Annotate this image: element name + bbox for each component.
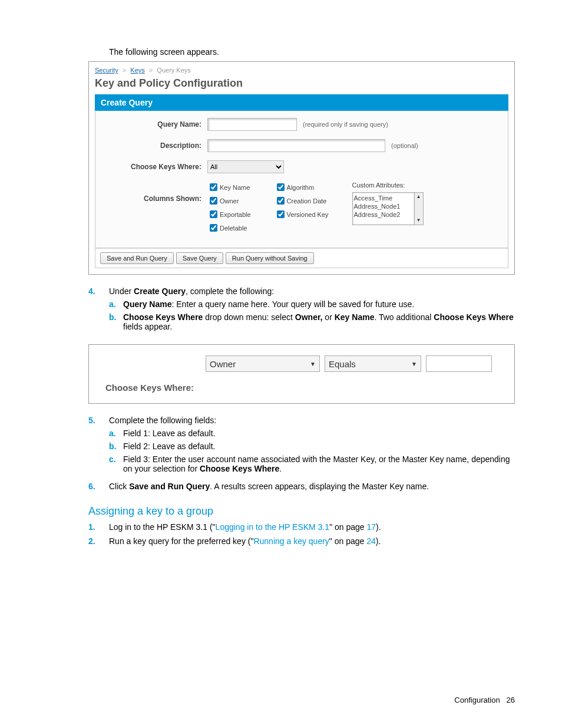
substep-number: a. bbox=[109, 299, 123, 309]
owner-select[interactable]: Owner▼ bbox=[206, 355, 320, 372]
equals-select[interactable]: Equals▼ bbox=[325, 355, 421, 372]
breadcrumb-keys[interactable]: Keys bbox=[130, 67, 144, 74]
chk-exportable[interactable] bbox=[210, 210, 217, 218]
chevron-down-icon: ▼ bbox=[411, 361, 417, 367]
chk-creation-date[interactable] bbox=[277, 197, 285, 205]
save-and-run-query-button[interactable]: Save and Run Query bbox=[100, 252, 174, 264]
value-input[interactable] bbox=[426, 355, 492, 372]
chk-key-name[interactable] bbox=[210, 183, 217, 191]
step-number: 1. bbox=[88, 522, 109, 532]
choose-keys-where-figure: Owner▼ Equals▼ Choose Keys Where: bbox=[88, 344, 515, 404]
substep-number: c. bbox=[109, 454, 123, 473]
scroll-up-icon[interactable]: ▲ bbox=[415, 193, 423, 201]
page-footer: Configuration 26 bbox=[454, 696, 515, 704]
checkbox-column-2: Algorithm Creation Date Versioned Key bbox=[275, 182, 329, 222]
chk-versioned-key[interactable] bbox=[277, 210, 285, 218]
section-heading: Assigning a key to a group bbox=[88, 505, 515, 518]
create-query-figure: Security > Keys > Query Keys Key and Pol… bbox=[88, 61, 515, 275]
description-input[interactable] bbox=[207, 139, 385, 152]
choose-keys-where-label: Choose Keys Where: bbox=[101, 160, 207, 171]
query-name-label: Query Name: bbox=[101, 118, 207, 129]
chk-algorithm[interactable] bbox=[277, 183, 285, 191]
chevron-down-icon: ▼ bbox=[310, 361, 316, 367]
figure-title: Key and Policy Configuration bbox=[95, 77, 508, 90]
substep-number: b. bbox=[109, 312, 123, 331]
breadcrumb-security[interactable]: Security bbox=[95, 67, 118, 74]
substep-number: b. bbox=[109, 442, 123, 451]
custom-attributes-listbox[interactable]: Access_Time Address_Node1 Address_Node2 bbox=[352, 192, 415, 225]
query-name-input[interactable] bbox=[207, 118, 297, 131]
columns-shown-label: Columns Shown: bbox=[101, 182, 207, 203]
chk-owner[interactable] bbox=[210, 197, 217, 205]
listbox-scrollbar[interactable]: ▲ ▼ bbox=[415, 192, 424, 225]
description-hint: (optional) bbox=[391, 142, 418, 149]
custom-attributes-label: Custom Attributes: bbox=[352, 182, 424, 189]
chk-deletable[interactable] bbox=[210, 224, 217, 232]
intro-text: The following screen appears. bbox=[109, 47, 515, 57]
custom-attributes: Custom Attributes: Access_Time Address_N… bbox=[352, 182, 424, 225]
list-item[interactable]: Address_Node1 bbox=[354, 202, 413, 210]
scroll-down-icon[interactable]: ▼ bbox=[415, 216, 423, 225]
breadcrumb-query-keys: Query Keys bbox=[157, 67, 190, 74]
list-item[interactable]: Address_Node2 bbox=[354, 210, 413, 219]
substep-number: a. bbox=[109, 429, 123, 438]
page-ref-link[interactable]: 17 bbox=[367, 522, 376, 532]
list-item[interactable]: Access_Time bbox=[354, 194, 413, 202]
panel-header: Create Query bbox=[95, 94, 508, 111]
query-name-hint: (required only if saving query) bbox=[303, 121, 388, 128]
key-query-link[interactable]: Running a key query bbox=[253, 536, 329, 546]
choose-keys-where-select[interactable]: All bbox=[207, 160, 284, 173]
save-query-button[interactable]: Save Query bbox=[176, 252, 223, 264]
step-number: 5. bbox=[88, 416, 109, 425]
step-number: 4. bbox=[88, 286, 109, 296]
checkbox-column-1: Key Name Owner Exportable Deletable bbox=[207, 182, 251, 236]
login-link[interactable]: Logging in to the HP ESKM 3.1 bbox=[216, 522, 330, 532]
choose-keys-where-label: Choose Keys Where: bbox=[105, 383, 504, 393]
run-query-without-saving-button[interactable]: Run Query without Saving bbox=[226, 252, 314, 264]
step-number: 6. bbox=[88, 482, 109, 491]
button-row: Save and Run Query Save Query Run Query … bbox=[95, 248, 508, 268]
page-ref-link[interactable]: 24 bbox=[366, 536, 376, 546]
step-number: 2. bbox=[88, 536, 109, 546]
breadcrumb: Security > Keys > Query Keys bbox=[95, 67, 508, 74]
description-label: Description: bbox=[101, 139, 207, 150]
